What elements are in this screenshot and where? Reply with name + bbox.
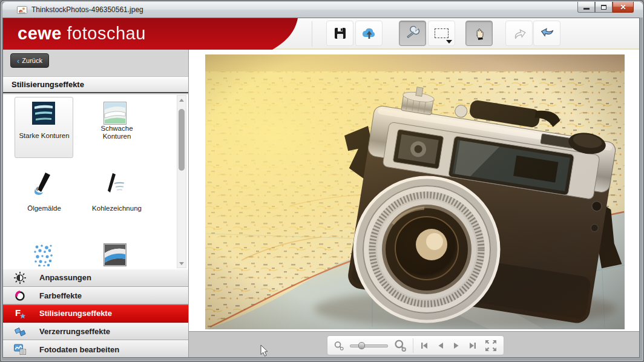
- back-label: Zurück: [22, 57, 42, 64]
- chevron-left-icon: ‹: [17, 57, 19, 65]
- panel-title: Stilisierungseffekte: [3, 76, 188, 93]
- undo-arrow-icon: [511, 26, 527, 41]
- maximize-icon: [601, 5, 606, 10]
- brightness-icon: [13, 271, 27, 285]
- crop-select-button[interactable]: [428, 21, 455, 46]
- app-window: ThinkstockPhotos-496350561.jpeg ✕ cewe f…: [0, 0, 644, 362]
- first-photo-button[interactable]: [419, 339, 430, 352]
- sidebar: ‹ Zurück Stilisierungseffekte Starke Kon…: [3, 50, 189, 358]
- pan-button[interactable]: [465, 21, 493, 46]
- hand-icon: [472, 25, 487, 41]
- close-button[interactable]: ✕: [613, 2, 634, 13]
- cloud-upload-icon: [361, 26, 378, 41]
- zoom-panel: [327, 335, 504, 355]
- wrench-icon: [405, 25, 421, 41]
- minimize-icon: [583, 8, 590, 10]
- toolbar-divider: [312, 21, 312, 47]
- photo-camera-on-map[interactable]: [205, 54, 625, 329]
- upload-button[interactable]: [355, 21, 383, 46]
- first-photo-icon: [420, 341, 429, 350]
- fullscreen-icon: [484, 339, 498, 352]
- oil-painting-icon[interactable]: [32, 172, 55, 195]
- scrollbar-thumb[interactable]: [179, 109, 185, 171]
- last-photo-button[interactable]: [467, 339, 478, 352]
- brand-bold: cewe: [18, 24, 62, 43]
- dropdown-arrow-icon: [446, 40, 452, 44]
- scroll-down-icon[interactable]: [177, 259, 186, 268]
- effects-scrollbar[interactable]: [177, 95, 186, 268]
- zoom-slider-track[interactable]: [350, 344, 389, 347]
- weak-contours-icon[interactable]: [104, 102, 126, 125]
- next-photo-icon: [453, 341, 460, 350]
- window-controls: ✕: [577, 2, 634, 13]
- zoom-in-icon[interactable]: [393, 338, 407, 354]
- close-icon: ✕: [620, 4, 626, 11]
- window-content: cewe fotoschau Optionen Hilfe: [2, 18, 640, 358]
- effect-label: Ölgemälde: [15, 205, 73, 212]
- fullscreen-button[interactable]: [484, 339, 498, 352]
- strong-contours-icon[interactable]: [32, 102, 55, 125]
- zoom-slider-handle[interactable]: [358, 342, 365, 349]
- category-label: Anpassungen: [39, 273, 91, 282]
- undo-button[interactable]: [505, 21, 533, 46]
- stripes-effect-icon[interactable]: [104, 243, 126, 266]
- previous-photo-icon: [437, 341, 444, 350]
- category-verzerrungseffekte[interactable]: Verzerrungseffekte: [3, 323, 188, 341]
- selection-rectangle-icon: [435, 28, 448, 38]
- category-fotodaten-bearbeiten[interactable]: Fotodaten bearbeiten: [3, 340, 188, 358]
- window-title: ThinkstockPhotos-496350561.jpeg: [31, 5, 143, 14]
- titlebar: ThinkstockPhotos-496350561.jpeg ✕: [2, 2, 643, 18]
- redo-button[interactable]: [533, 21, 560, 46]
- app-icon: [17, 5, 27, 15]
- effects-grid: Starke Konturen Schwache Konturen Ölgemä…: [3, 94, 188, 269]
- zoom-slider[interactable]: [350, 341, 389, 350]
- floppy-disk-icon: [333, 26, 347, 41]
- app-logo: cewe fotoschau: [18, 24, 146, 44]
- category-label: Farbeffekte: [39, 291, 82, 300]
- scroll-up-icon[interactable]: [177, 96, 186, 104]
- edit-tools-button[interactable]: [399, 21, 426, 46]
- next-photo-button[interactable]: [452, 339, 462, 352]
- back-button[interactable]: ‹ Zurück: [10, 53, 49, 68]
- zoom-out-icon[interactable]: [334, 340, 344, 352]
- category-label: Fotodaten bearbeiten: [39, 345, 119, 354]
- category-list: Anpassungen Farbeffekte F Stilisierungse…: [3, 269, 188, 358]
- category-anpassungen[interactable]: Anpassungen: [3, 269, 188, 287]
- minimize-button[interactable]: [577, 2, 595, 13]
- svg-text:F: F: [15, 308, 21, 318]
- redo-arrow-icon: [539, 26, 555, 41]
- panel-divider: [413, 338, 413, 353]
- previous-photo-button[interactable]: [435, 339, 446, 352]
- charcoal-drawing-icon[interactable]: [104, 172, 126, 195]
- dots-effect-icon[interactable]: [32, 243, 55, 266]
- brand-light: fotoschau: [67, 24, 146, 43]
- photo-data-icon: [13, 343, 27, 356]
- effect-label: Kohlezeichnung: [87, 205, 147, 212]
- header: cewe fotoschau Optionen Hilfe: [3, 18, 639, 50]
- category-label: Stilisierungseffekte: [39, 309, 112, 318]
- last-photo-icon: [468, 341, 477, 350]
- photo-canvas[interactable]: [189, 50, 640, 331]
- viewer-bottombar: [189, 331, 640, 358]
- maximize-button[interactable]: [595, 2, 613, 13]
- effect-label: Starke Konturen: [15, 132, 73, 140]
- save-button[interactable]: [326, 21, 353, 46]
- category-stilisierungseffekte[interactable]: F Stilisierungseffekte: [3, 304, 188, 323]
- distortion-icon: [13, 325, 27, 338]
- stylize-star-icon: F: [13, 307, 27, 320]
- category-farbeffekte[interactable]: Farbeffekte: [3, 287, 188, 305]
- color-swirl-icon: [13, 289, 27, 302]
- category-label: Verzerrungseffekte: [39, 327, 110, 336]
- effect-label: Schwache Konturen: [87, 125, 147, 140]
